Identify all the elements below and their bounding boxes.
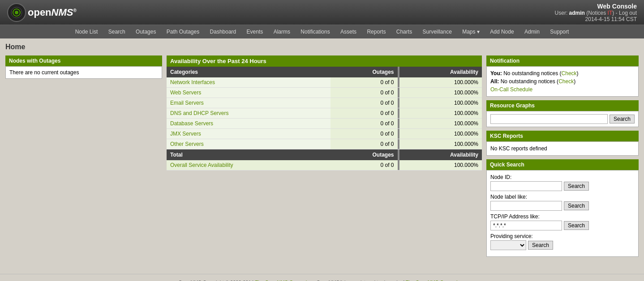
table-row: Other Servers 0 of 0 100.000%: [167, 139, 482, 149]
availability-body: Network Interfaces 0 of 0 100.000% Web S…: [167, 77, 482, 149]
navigation: Node List Search Outages Path Outages Da…: [0, 25, 644, 38]
avail-val: 100.000%: [399, 139, 482, 149]
resource-graphs-input[interactable]: [490, 114, 608, 124]
header: openNMS® Web Console User: admin (Notice…: [0, 0, 644, 25]
notification-all: All: No outstanding notices (Check): [490, 78, 635, 85]
logout-link[interactable]: Log out: [619, 10, 637, 16]
cat-link[interactable]: Database Servers: [170, 120, 213, 127]
node-label-label: Node label like:: [490, 194, 635, 200]
table-row: Web Servers 0 of 0 100.000%: [167, 88, 482, 98]
nav-dashboard[interactable]: Dashboard: [206, 25, 241, 38]
quick-search-section: Quick Search Node ID: Search Node: [486, 159, 639, 257]
notification-body: You: No outstanding notices (Check) All:…: [486, 66, 639, 97]
nav-admin[interactable]: Admin: [520, 25, 544, 38]
resource-graphs-header: Resource Graphs: [486, 100, 639, 111]
node-id-field-row: Search: [490, 181, 635, 191]
total-outages-label: Outages: [331, 149, 398, 161]
total-availability-label: Availability: [399, 149, 482, 161]
nav-add-node[interactable]: Add Node: [485, 25, 518, 38]
tcp-ip-field-row: Search: [490, 221, 635, 230]
app-title: Web Console: [555, 3, 637, 10]
node-id-label: Node ID:: [490, 174, 635, 180]
resource-graphs-section: Resource Graphs Search: [486, 100, 639, 127]
cat-link[interactable]: JMX Servers: [170, 131, 201, 137]
cat-link[interactable]: Other Servers: [170, 141, 204, 147]
oncall-link[interactable]: On-Call Schedule: [490, 86, 532, 93]
middle-panel: Availability Over the Past 24 Hours Cate…: [167, 55, 482, 170]
logo-text: openNMS®: [28, 7, 77, 18]
availability-header: Availability Over the Past 24 Hours: [167, 55, 482, 67]
node-label-input[interactable]: [490, 201, 562, 211]
node-id-search-btn[interactable]: Search: [564, 182, 589, 191]
ksc-reports-body: No KSC reports defined: [486, 141, 639, 156]
col-availability: Availability: [399, 67, 482, 77]
nav-reports[interactable]: Reports: [362, 25, 390, 38]
nav-support[interactable]: Support: [545, 25, 573, 38]
notification-you: You: No outstanding notices (Check): [490, 70, 635, 77]
nav-notifications[interactable]: Notifications: [296, 25, 334, 38]
avail-val: 100.000%: [399, 88, 482, 98]
username: admin: [569, 10, 585, 16]
nav-maps[interactable]: Maps ▾: [458, 25, 484, 38]
total-outages-val: 0 of 0: [331, 160, 398, 170]
all-check-link[interactable]: Check: [558, 78, 574, 85]
tcp-ip-label: TCP/IP Address like:: [490, 213, 635, 220]
nodes-outages-header: Nodes with Outages: [5, 55, 162, 66]
quick-search-body: Node ID: Search Node label like: Sea: [486, 170, 639, 257]
notices-link[interactable]: IT: [608, 10, 613, 16]
tcp-ip-input[interactable]: [490, 221, 562, 230]
nav-outages[interactable]: Outages: [131, 25, 160, 38]
outages-val: 0 of 0: [331, 88, 398, 98]
col-outages: Outages: [331, 67, 398, 77]
right-panel: Notification You: No outstanding notices…: [486, 55, 639, 260]
total-label: Total: [167, 149, 331, 161]
notification-section: Notification You: No outstanding notices…: [486, 55, 639, 97]
you-check-link[interactable]: Check: [562, 70, 577, 77]
nav-path-outages[interactable]: Path Outages: [162, 25, 204, 38]
user-info: User: admin (Notices IT) - Log out: [555, 10, 637, 16]
footer: OpenNMS Copyright © 2002-2014 The OpenNM…: [0, 274, 644, 281]
nav-search[interactable]: Search: [104, 25, 130, 38]
cat-link[interactable]: Email Servers: [170, 100, 204, 106]
node-id-row: Node ID: Search: [490, 174, 635, 191]
notification-header: Notification: [486, 55, 639, 66]
outages-val: 0 of 0: [331, 119, 398, 129]
nav-surveillance[interactable]: Surveillance: [418, 25, 456, 38]
resource-graphs-search-btn[interactable]: Search: [610, 115, 635, 123]
outages-val: 0 of 0: [331, 129, 398, 139]
avail-val: 100.000%: [399, 98, 482, 108]
tcp-ip-search-btn[interactable]: Search: [564, 221, 589, 230]
page-title: Home: [5, 43, 639, 51]
cat-link[interactable]: Web Servers: [170, 89, 201, 96]
quick-search-header: Quick Search: [486, 159, 639, 170]
table-row: DNS and DHCP Servers 0 of 0 100.000%: [167, 108, 482, 119]
outages-val: 0 of 0: [331, 98, 398, 108]
cat-link[interactable]: Network Interfaces: [170, 79, 215, 85]
table-row: Overall Service Availability 0 of 0 100.…: [167, 160, 482, 170]
node-id-input[interactable]: [490, 181, 562, 191]
node-label-field-row: Search: [490, 201, 635, 211]
node-label-row: Node label like: Search: [490, 194, 635, 211]
table-row: JMX Servers 0 of 0 100.000%: [167, 129, 482, 139]
table-row: Network Interfaces 0 of 0 100.000%: [167, 77, 482, 88]
nav-events[interactable]: Events: [242, 25, 268, 38]
availability-table: Categories Outages Availability Network …: [167, 67, 482, 170]
resource-graphs-body: Search: [486, 111, 639, 127]
providing-service-search-btn[interactable]: Search: [528, 241, 553, 250]
left-panel: Nodes with Outages There are no current …: [5, 55, 162, 79]
providing-service-label: Providing service:: [490, 233, 635, 239]
providing-service-select[interactable]: HTTP HTTPS ICMP SNMP: [490, 240, 526, 250]
nav-assets[interactable]: Assets: [336, 25, 361, 38]
overall-link[interactable]: Overall Service Availability: [170, 162, 233, 168]
providing-service-row: Providing service: HTTP HTTPS ICMP SNMP …: [490, 233, 635, 250]
logo: openNMS®: [7, 3, 77, 22]
avail-val: 100.000%: [399, 119, 482, 129]
providing-service-field-row: HTTP HTTPS ICMP SNMP Search: [490, 240, 635, 250]
nav-alarms[interactable]: Alarms: [269, 25, 295, 38]
table-row: Email Servers 0 of 0 100.000%: [167, 98, 482, 108]
nav-charts[interactable]: Charts: [392, 25, 416, 38]
node-label-search-btn[interactable]: Search: [564, 201, 589, 210]
svg-point-2: [15, 11, 18, 14]
cat-link[interactable]: DNS and DHCP Servers: [170, 110, 229, 116]
nav-node-list[interactable]: Node List: [71, 25, 103, 38]
